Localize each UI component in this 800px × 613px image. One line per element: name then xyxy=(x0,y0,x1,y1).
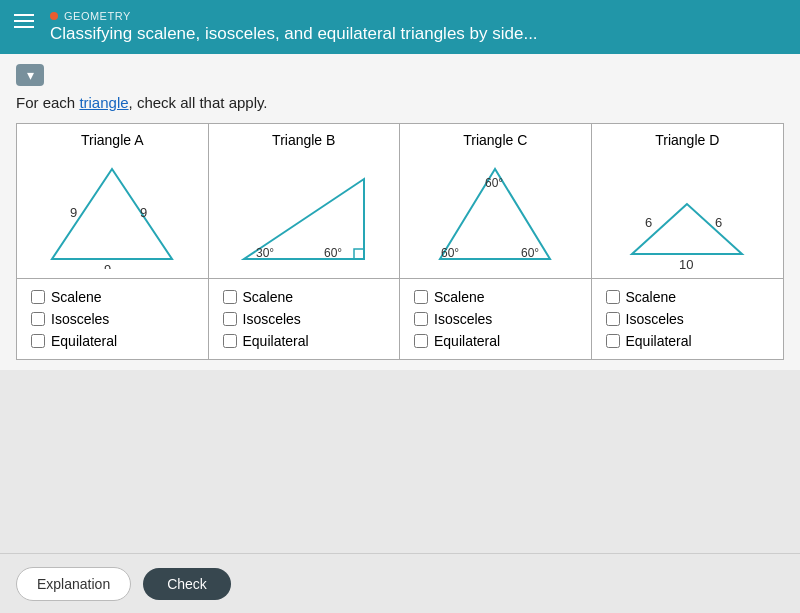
scalene-d-option[interactable]: Scalene xyxy=(606,289,770,305)
header: GEOMETRY Classifying scalene, isosceles,… xyxy=(0,0,800,54)
triangle-a-svg: 9 9 9 xyxy=(42,159,182,269)
subject-label: GEOMETRY xyxy=(64,10,131,22)
subject-dot xyxy=(50,12,58,20)
triangle-a-cell: Triangle A 9 9 9 xyxy=(17,124,209,278)
scalene-d-checkbox[interactable] xyxy=(606,290,620,304)
checkbox-cell-d: Scalene Isosceles Equilateral xyxy=(592,279,784,359)
svg-text:30°: 30° xyxy=(256,246,274,260)
svg-text:9: 9 xyxy=(140,205,147,220)
equilateral-d-label: Equilateral xyxy=(626,333,692,349)
isosceles-a-option[interactable]: Isosceles xyxy=(31,311,194,327)
svg-text:9: 9 xyxy=(70,205,77,220)
isosceles-b-label: Isosceles xyxy=(243,311,301,327)
scalene-c-option[interactable]: Scalene xyxy=(414,289,577,305)
equilateral-d-option[interactable]: Equilateral xyxy=(606,333,770,349)
chevron-button[interactable]: ▾ xyxy=(16,64,44,86)
check-button[interactable]: Check xyxy=(143,568,231,600)
scalene-c-label: Scalene xyxy=(434,289,485,305)
svg-text:10: 10 xyxy=(679,257,693,269)
svg-text:60°: 60° xyxy=(521,246,539,260)
equilateral-a-checkbox[interactable] xyxy=(31,334,45,348)
isosceles-c-checkbox[interactable] xyxy=(414,312,428,326)
equilateral-c-option[interactable]: Equilateral xyxy=(414,333,577,349)
isosceles-b-option[interactable]: Isosceles xyxy=(223,311,386,327)
isosceles-d-label: Isosceles xyxy=(626,311,684,327)
content-area: ▾ For each triangle, check all that appl… xyxy=(0,54,800,370)
isosceles-b-checkbox[interactable] xyxy=(223,312,237,326)
isosceles-c-label: Isosceles xyxy=(434,311,492,327)
bottom-bar: Explanation Check xyxy=(0,553,800,613)
equilateral-b-option[interactable]: Equilateral xyxy=(223,333,386,349)
equilateral-a-label: Equilateral xyxy=(51,333,117,349)
triangle-b-svg: 30° 60° xyxy=(234,159,374,269)
triangle-d-svg: 6 6 10 xyxy=(617,159,757,269)
checkbox-cell-c: Scalene Isosceles Equilateral xyxy=(400,279,592,359)
svg-text:6: 6 xyxy=(645,215,652,230)
equilateral-b-checkbox[interactable] xyxy=(223,334,237,348)
triangle-b-svg-container: 30° 60° xyxy=(217,154,392,274)
svg-text:60°: 60° xyxy=(324,246,342,260)
isosceles-a-checkbox[interactable] xyxy=(31,312,45,326)
scalene-b-checkbox[interactable] xyxy=(223,290,237,304)
menu-icon[interactable] xyxy=(14,14,34,28)
triangle-c-cell: Triangle C 60° 60° 60° xyxy=(400,124,592,278)
equilateral-c-label: Equilateral xyxy=(434,333,500,349)
isosceles-d-checkbox[interactable] xyxy=(606,312,620,326)
isosceles-c-option[interactable]: Isosceles xyxy=(414,311,577,327)
equilateral-a-option[interactable]: Equilateral xyxy=(31,333,194,349)
scalene-a-label: Scalene xyxy=(51,289,102,305)
header-title: Classifying scalene, isosceles, and equi… xyxy=(50,24,784,44)
triangle-d-svg-container: 6 6 10 xyxy=(600,154,776,274)
triangle-a-svg-container: 9 9 9 xyxy=(25,154,200,274)
svg-rect-5 xyxy=(354,249,364,259)
scalene-b-label: Scalene xyxy=(243,289,294,305)
triangle-c-svg-container: 60° 60° 60° xyxy=(408,154,583,274)
triangle-d-label: Triangle D xyxy=(655,132,719,148)
triangle-b-cell: Triangle B 30° 60° xyxy=(209,124,401,278)
triangle-c-label: Triangle C xyxy=(463,132,527,148)
svg-text:9: 9 xyxy=(104,262,111,269)
scalene-c-checkbox[interactable] xyxy=(414,290,428,304)
scalene-a-checkbox[interactable] xyxy=(31,290,45,304)
svg-text:6: 6 xyxy=(715,215,722,230)
isosceles-a-label: Isosceles xyxy=(51,311,109,327)
isosceles-d-option[interactable]: Isosceles xyxy=(606,311,770,327)
equilateral-b-label: Equilateral xyxy=(243,333,309,349)
scalene-b-option[interactable]: Scalene xyxy=(223,289,386,305)
checkbox-cell-b: Scalene Isosceles Equilateral xyxy=(209,279,401,359)
svg-text:60°: 60° xyxy=(485,176,503,190)
scalene-d-label: Scalene xyxy=(626,289,677,305)
triangle-c-svg: 60° 60° 60° xyxy=(425,159,565,269)
explanation-button[interactable]: Explanation xyxy=(16,567,131,601)
checkboxes-row: Scalene Isosceles Equilateral Scalene xyxy=(17,279,783,359)
triangles-table: Triangle A 9 9 9 Triangle B xyxy=(16,123,784,360)
triangles-row: Triangle A 9 9 9 Triangle B xyxy=(17,124,783,279)
scalene-a-option[interactable]: Scalene xyxy=(31,289,194,305)
equilateral-c-checkbox[interactable] xyxy=(414,334,428,348)
equilateral-d-checkbox[interactable] xyxy=(606,334,620,348)
svg-text:60°: 60° xyxy=(441,246,459,260)
triangle-b-label: Triangle B xyxy=(272,132,335,148)
triangle-d-cell: Triangle D 6 6 10 xyxy=(592,124,784,278)
checkbox-cell-a: Scalene Isosceles Equilateral xyxy=(17,279,209,359)
triangle-a-label: Triangle A xyxy=(81,132,144,148)
instructions-text: For each triangle, check all that apply. xyxy=(16,94,784,111)
